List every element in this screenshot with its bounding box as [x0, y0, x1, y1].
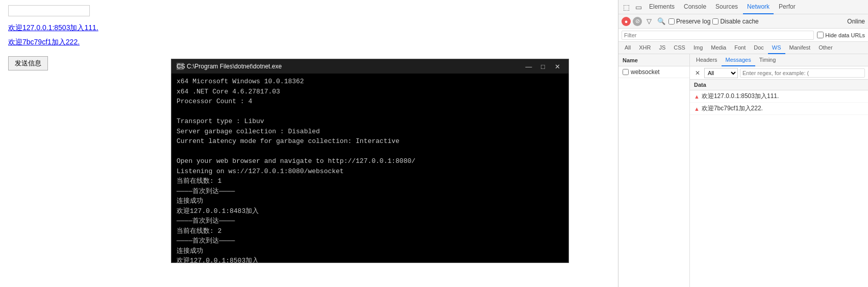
url-bar[interactable]: [8, 5, 90, 16]
hide-data-urls-label[interactable]: Hide data URLs: [817, 32, 865, 38]
hide-data-urls-checkbox[interactable]: [817, 32, 824, 38]
data-row-1[interactable]: ▲ 欢迎127.0.0.1:8503加入111.: [690, 90, 868, 103]
cmd-minimize-btn[interactable]: —: [523, 62, 535, 71]
cmd-line: ————首次到达————: [177, 236, 563, 246]
hide-data-urls-text: Hide data URLs: [825, 32, 865, 38]
cmd-close-btn[interactable]: ✕: [551, 62, 563, 71]
data-row-text-1: 欢迎127.0.0.1:8503加入111.: [702, 92, 864, 101]
name-panel-header: Name: [618, 54, 689, 66]
disable-cache-text: Disable cache: [720, 18, 758, 25]
disable-cache-checkbox[interactable]: [712, 18, 718, 25]
cmd-maximize-btn[interactable]: □: [537, 62, 549, 71]
data-row-text-2: 欢迎7bc79cf1加入222.: [702, 104, 864, 113]
data-row-2[interactable]: ▲ 欢迎7bc79cf1加入222.: [690, 103, 868, 115]
stop-button[interactable]: ⊘: [633, 17, 642, 26]
messages-filter-bar: ✕ All Send Receive: [690, 66, 868, 80]
right-panel: Headers Messages Timing ✕ All Send Recei…: [690, 54, 868, 287]
cmd-line: [177, 147, 563, 157]
type-tab-all[interactable]: All: [621, 42, 635, 54]
disable-cache-label[interactable]: Disable cache: [712, 18, 758, 25]
type-tab-js[interactable]: JS: [655, 42, 669, 54]
cmd-line: ————首次到达————: [177, 216, 563, 226]
preserve-log-label[interactable]: Preserve log: [668, 18, 710, 25]
preserve-log-checkbox[interactable]: [668, 18, 675, 25]
devtools-device-icon[interactable]: ▭: [633, 2, 644, 13]
type-tab-doc[interactable]: Doc: [750, 42, 768, 54]
cmd-body: x64 Microsoft Windows 10.0.18362 x64 .NE…: [171, 74, 568, 262]
devtools-inspect-icon[interactable]: ⬚: [621, 2, 632, 13]
devtools-filter-bar: Hide data URLs: [618, 29, 868, 42]
subtab-messages[interactable]: Messages: [722, 54, 755, 66]
name-panel-row-websocket[interactable]: websocket: [618, 66, 689, 78]
cmd-line: Processor Count : 4: [177, 97, 563, 107]
search-button[interactable]: 🔍: [656, 16, 666, 27]
devtools-top-tabs: ⬚ ▭ Elements Console Sources Network Per…: [618, 0, 868, 14]
devtools-main: Name websocket Headers Messages Timing ✕…: [618, 54, 868, 287]
page-message-2: 欢迎7bc79cf1加入222.: [8, 38, 610, 47]
cmd-line: Open your web browser and navigate to ht…: [177, 156, 563, 166]
devtools-panel: ⬚ ▭ Elements Console Sources Network Per…: [618, 0, 868, 287]
cmd-window: CS C:\Program Files\dotnet\dotnet.exe — …: [171, 59, 569, 263]
record-button[interactable]: ●: [622, 17, 631, 26]
cmd-line: [177, 107, 563, 117]
tab-network[interactable]: Network: [743, 0, 774, 14]
type-tab-img[interactable]: Img: [689, 42, 707, 54]
name-panel: Name websocket: [618, 54, 690, 287]
cmd-line: x64 .NET Core 4.6.27817.03: [177, 87, 563, 97]
subtab-headers[interactable]: Headers: [692, 54, 722, 66]
tab-elements[interactable]: Elements: [645, 0, 679, 14]
data-section: Data ▲ 欢迎127.0.0.1:8503加入111. ▲ 欢迎7bc79c…: [690, 80, 868, 287]
cmd-line: 欢迎127.0.0.1:8503加入: [177, 256, 563, 262]
filter-close-btn[interactable]: ✕: [693, 68, 702, 78]
type-tab-css[interactable]: CSS: [669, 42, 689, 54]
cmd-title: CS C:\Program Files\dotnet\dotnet.exe: [177, 63, 282, 70]
cmd-line: ————首次到达————: [177, 186, 563, 197]
devtools-toolbar: ● ⊘ ▽ 🔍 Preserve log Disable cache Onlin…: [618, 14, 868, 29]
cmd-line: 当前在线数: 1: [177, 176, 563, 186]
devtools-type-tabs: All XHR JS CSS Img Media Font Doc WS Man…: [618, 42, 868, 54]
arrow-icon-2: ▲: [694, 106, 700, 112]
cmd-line: 连接成功: [177, 246, 563, 256]
type-tab-xhr[interactable]: XHR: [635, 42, 655, 54]
cmd-line: 当前在线数: 2: [177, 226, 563, 236]
cmd-line: Listening on ws://127.0.0.1:8080/websock…: [177, 166, 563, 177]
arrow-icon-1: ▲: [694, 93, 700, 100]
online-label: Online: [847, 18, 865, 25]
messages-filter-input[interactable]: [740, 68, 865, 78]
cmd-line: 连接成功: [177, 196, 563, 206]
subtab-timing[interactable]: Timing: [755, 54, 780, 66]
browser-page: 欢迎127.0.0.1:8503加入111. 欢迎7bc79cf1加入222. …: [0, 0, 618, 287]
preserve-log-text: Preserve log: [676, 18, 710, 25]
send-button[interactable]: 发送信息: [8, 56, 48, 70]
cmd-line: Server garbage collection : Disabled: [177, 127, 563, 137]
cmd-titlebar: CS C:\Program Files\dotnet\dotnet.exe — …: [171, 59, 568, 74]
filter-input[interactable]: [622, 31, 814, 40]
cmd-app-icon: CS: [177, 63, 184, 70]
cmd-line: Current latency mode for garbage collect…: [177, 136, 563, 147]
type-tab-ws[interactable]: WS: [768, 42, 785, 54]
tab-console[interactable]: Console: [680, 0, 710, 14]
websocket-checkbox[interactable]: [623, 69, 629, 75]
cmd-controls: — □ ✕: [523, 62, 563, 71]
type-tab-other[interactable]: Other: [814, 42, 837, 54]
message-type-select[interactable]: All Send Receive: [704, 68, 738, 78]
filter-button[interactable]: ▽: [644, 16, 654, 27]
type-tab-media[interactable]: Media: [707, 42, 730, 54]
data-label: Data: [690, 80, 868, 90]
cmd-line: x64 Microsoft Windows 10.0.18362: [177, 77, 563, 87]
cmd-line: Transport type : Libuv: [177, 116, 563, 127]
cmd-line: 欢迎127.0.0.1:8483加入: [177, 206, 563, 217]
tab-performance[interactable]: Perfor: [775, 0, 800, 14]
type-tab-manifest[interactable]: Manifest: [785, 42, 815, 54]
right-subtabs: Headers Messages Timing: [690, 54, 868, 66]
type-tab-font[interactable]: Font: [730, 42, 750, 54]
page-message-1: 欢迎127.0.0.1:8503加入111.: [8, 23, 610, 33]
tab-sources[interactable]: Sources: [711, 0, 742, 14]
websocket-label: websocket: [631, 68, 660, 76]
cmd-title-text: C:\Program Files\dotnet\dotnet.exe: [187, 63, 282, 70]
